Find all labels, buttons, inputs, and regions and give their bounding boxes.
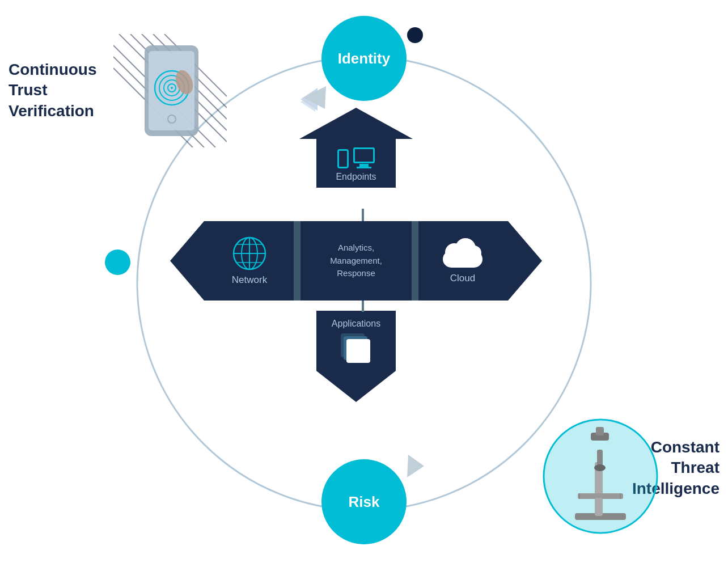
svg-point-41 (594, 464, 606, 471)
analytics-label: Analytics, Management, Response (330, 242, 382, 280)
network-label: Network (232, 274, 267, 286)
phone-fingerprint-svg (113, 34, 227, 147)
identity-label: Identity (338, 50, 390, 67)
network-section: Network (170, 221, 295, 301)
risk-circle: Risk (321, 459, 407, 544)
microscope-svg (541, 417, 660, 536)
svg-rect-42 (595, 498, 602, 512)
svg-point-30 (171, 87, 173, 89)
microscope-image-area (541, 417, 660, 536)
applications-label: Applications (332, 319, 380, 329)
identity-circle: Identity (321, 16, 407, 101)
svg-rect-40 (596, 427, 604, 435)
endpoints-section: Endpoints (299, 108, 413, 188)
continuous-trust-text: Continuous Trust Verification (9, 60, 122, 121)
diagram-container: Continuous Trust Verification Constant T… (0, 0, 728, 567)
identity-dot (407, 27, 423, 43)
network-globe-icon (232, 236, 267, 271)
endpoints-label: Endpoints (336, 172, 376, 182)
svg-point-14 (467, 246, 481, 260)
applications-section: Applications (299, 311, 413, 402)
analytics-section: Analytics, Management, Response (299, 221, 413, 301)
cloud-label: Cloud (450, 273, 475, 284)
phone-image-area (113, 34, 227, 147)
teal-dot-left (105, 249, 130, 275)
cloud-section: Cloud (417, 221, 542, 301)
cloud-icon (440, 238, 485, 269)
svg-marker-4 (407, 455, 424, 477)
svg-rect-38 (597, 450, 603, 467)
risk-label: Risk (349, 493, 380, 511)
